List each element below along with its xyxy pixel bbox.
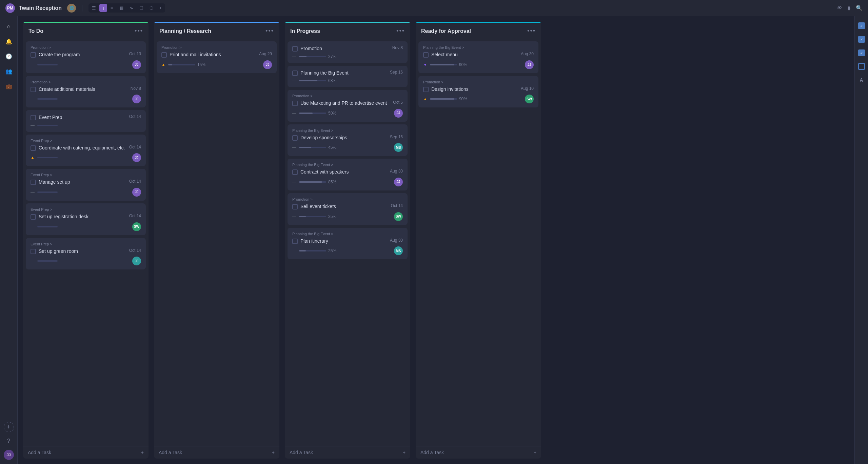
task-title: Plan itinerary: [300, 238, 387, 245]
board-view-btn[interactable]: ⫿: [99, 4, 107, 12]
task-checkbox[interactable]: [292, 46, 298, 52]
sidebar-notifications-icon[interactable]: 🔔: [3, 35, 15, 47]
task-card[interactable]: Planning the Big Event >Develop sponsors…: [288, 124, 408, 156]
sidebar-home-icon[interactable]: ⌂: [3, 20, 15, 33]
task-bottom-row: —45%MS: [292, 143, 403, 152]
task-avatar: JJ: [132, 257, 141, 265]
task-top-row: Plan itineraryAug 30: [292, 238, 403, 245]
task-card[interactable]: Promotion >Print and mail invitationsAug…: [157, 41, 277, 73]
priority-none-icon: —: [31, 224, 35, 229]
task-checkbox[interactable]: [292, 70, 298, 76]
progress-fill: [299, 216, 306, 217]
task-card[interactable]: Event Prep >Set up green roomOct 14—JJ: [26, 238, 146, 270]
task-checkbox[interactable]: [292, 239, 298, 244]
task-checkbox[interactable]: [161, 52, 167, 58]
task-left-row: —: [31, 62, 60, 67]
progress-label: 90%: [459, 62, 467, 67]
column-body-planning: Promotion >Print and mail invitationsAug…: [154, 39, 279, 445]
docs-view-btn[interactable]: ⬡: [147, 4, 156, 12]
task-checkbox[interactable]: [292, 135, 298, 141]
list-view-btn[interactable]: ☰: [89, 4, 99, 12]
add-task-planning[interactable]: Add a Task+: [154, 446, 279, 459]
task-checkbox[interactable]: [292, 204, 298, 209]
task-card[interactable]: PromotionNov 8—27%: [288, 41, 408, 63]
task-checkbox[interactable]: [31, 115, 36, 120]
task-card[interactable]: Event PrepOct 14—: [26, 110, 146, 132]
task-card[interactable]: Planning the Big EventSep 16—68%: [288, 66, 408, 87]
progress-bar-empty: [37, 125, 58, 126]
task-checkbox[interactable]: [31, 87, 36, 92]
task-card[interactable]: Event Prep >Set up registration deskOct …: [26, 203, 146, 235]
task-card[interactable]: Event Prep >Coordinate with catering, eq…: [26, 135, 146, 166]
task-card[interactable]: Planning the Big Event >Select menuAug 3…: [418, 41, 538, 73]
task-card[interactable]: Promotion >Design invitationsAug 10▲90%S…: [418, 76, 538, 108]
task-checkbox[interactable]: [292, 169, 298, 175]
right-check-icon-2[interactable]: [857, 35, 866, 43]
task-checkbox[interactable]: [31, 145, 36, 151]
task-top-row: Set up green roomOct 14: [31, 248, 141, 255]
gantt-view-btn[interactable]: ≡: [108, 4, 116, 12]
task-title: Planning the Big Event: [300, 70, 387, 77]
task-avatar: JJ: [263, 60, 272, 69]
calendar-view-btn[interactable]: ☐: [137, 4, 146, 12]
add-task-inprogress[interactable]: Add a Task+: [285, 446, 410, 459]
user-avatar[interactable]: JJ: [4, 450, 14, 460]
task-bottom-row: —85%JJ: [292, 178, 403, 186]
column-menu-planning[interactable]: •••: [265, 27, 274, 35]
table-view-btn[interactable]: ▦: [117, 4, 126, 12]
task-card[interactable]: Promotion >Sell event ticketsOct 14—25%S…: [288, 193, 408, 225]
more-views-btn[interactable]: +: [157, 4, 165, 12]
task-card[interactable]: Promotion >Create additional materialsNo…: [26, 76, 146, 108]
right-check-icon-3[interactable]: [857, 49, 866, 57]
sidebar-help-icon[interactable]: ?: [3, 435, 15, 447]
progress-bar-empty: [37, 260, 58, 262]
task-card[interactable]: Planning the Big Event >Contract with sp…: [288, 159, 408, 190]
task-breadcrumb: Event Prep >: [31, 139, 141, 143]
task-checkbox[interactable]: [31, 52, 36, 58]
sidebar-history-icon[interactable]: 🕐: [3, 50, 15, 62]
column-title-planning: Planning / Research: [159, 28, 263, 34]
add-task-plus-icon[interactable]: +: [403, 450, 406, 455]
task-top-row: Contract with speakersAug 30: [292, 169, 403, 176]
task-left-row: ▲: [31, 155, 60, 160]
add-task-plus-icon[interactable]: +: [272, 450, 275, 455]
task-card[interactable]: Event Prep >Manage set upOct 14—JJ: [26, 169, 146, 201]
task-avatar: SW: [525, 95, 534, 103]
column-menu-ready[interactable]: •••: [527, 27, 536, 35]
watch-icon[interactable]: 👁: [837, 5, 842, 11]
task-checkbox[interactable]: [31, 214, 36, 220]
search-icon[interactable]: 🔍: [856, 5, 863, 11]
right-check-icon-4[interactable]: [857, 62, 866, 70]
task-avatar: JJ: [394, 178, 403, 186]
task-breadcrumb: Event Prep >: [31, 242, 141, 246]
task-title: Select menu: [431, 52, 518, 58]
task-top-row: Coordinate with catering, equipment, etc…: [31, 145, 141, 152]
task-checkbox[interactable]: [423, 52, 429, 58]
pm-logo[interactable]: PM: [5, 3, 15, 13]
add-task-todo[interactable]: Add a Task+: [23, 446, 149, 459]
sidebar-people-icon[interactable]: 👥: [3, 65, 15, 77]
task-checkbox[interactable]: [423, 87, 429, 92]
task-progress: 45%: [299, 145, 336, 150]
task-checkbox[interactable]: [292, 101, 298, 106]
filter-icon[interactable]: ⧫: [848, 5, 850, 11]
task-checkbox[interactable]: [31, 249, 36, 254]
task-card[interactable]: Planning the Big Event >Plan itineraryAu…: [288, 228, 408, 260]
progress-bar-empty: [37, 157, 58, 158]
column-menu-inprogress[interactable]: •••: [396, 27, 405, 35]
sidebar-portfolio-icon[interactable]: 💼: [3, 80, 15, 92]
analytics-view-btn[interactable]: ∿: [127, 4, 136, 12]
right-check-icon-1[interactable]: [857, 22, 866, 30]
priority-none-icon: —: [292, 78, 296, 83]
task-card[interactable]: Promotion >Create the programOct 13—JJ: [26, 41, 146, 73]
add-task-plus-icon[interactable]: +: [141, 450, 144, 455]
task-checkbox[interactable]: [31, 180, 36, 185]
task-left-row: ▼90%: [423, 62, 467, 67]
task-card[interactable]: Promotion >Use Marketing and PR to adver…: [288, 90, 408, 122]
add-task-ready[interactable]: Add a Task+: [416, 446, 541, 459]
task-breadcrumb: Planning the Big Event >: [423, 45, 534, 49]
add-task-plus-icon[interactable]: +: [534, 450, 536, 455]
task-title: Use Marketing and PR to advertise event: [300, 100, 390, 107]
column-menu-todo[interactable]: •••: [135, 27, 143, 35]
sidebar-add-btn[interactable]: +: [4, 422, 14, 432]
